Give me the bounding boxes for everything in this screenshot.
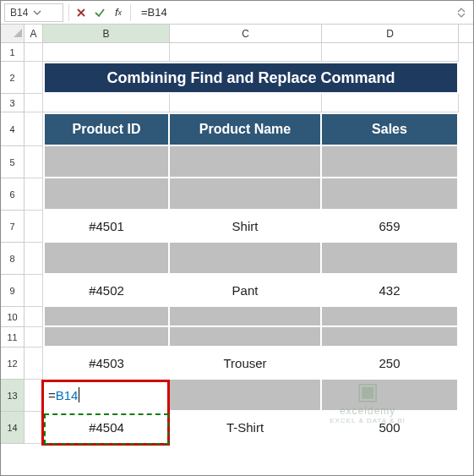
cell-a5[interactable]	[25, 146, 43, 178]
cell-c3[interactable]	[170, 94, 322, 112]
cell-c11[interactable]	[170, 327, 322, 347]
row-header-5[interactable]: 5	[1, 146, 25, 178]
cell-a3[interactable]	[25, 94, 43, 112]
cell-d7[interactable]: 659	[322, 211, 459, 243]
cell-a8[interactable]	[25, 243, 43, 275]
cell-d5[interactable]	[322, 146, 459, 178]
formula-input[interactable]: =B14	[136, 6, 455, 19]
expand-formula-bar-icon[interactable]	[456, 8, 466, 18]
row-header-3[interactable]: 3	[1, 94, 25, 112]
cell-b7[interactable]: #4501	[43, 211, 170, 243]
cell-a1[interactable]	[25, 43, 43, 62]
column-headers: A B C D	[1, 25, 473, 43]
text-cursor	[79, 387, 79, 402]
cell-b1[interactable]	[43, 43, 170, 62]
cell-d1[interactable]	[322, 43, 459, 62]
row-header-8[interactable]: 8	[1, 243, 25, 275]
cell-c14[interactable]: T-Shirt	[170, 412, 322, 444]
cell-c1[interactable]	[170, 43, 322, 62]
row-header-6[interactable]: 6	[1, 178, 25, 211]
cell-d11[interactable]	[322, 327, 459, 347]
cell-b6[interactable]	[43, 178, 170, 211]
row-header-10[interactable]: 10	[1, 307, 25, 327]
cell-a14[interactable]	[25, 412, 43, 444]
cell-d6[interactable]	[322, 178, 459, 211]
row-header-12[interactable]: 12	[1, 347, 25, 380]
cell-c7[interactable]: Shirt	[170, 211, 322, 243]
divider	[68, 4, 69, 21]
formula-reference: B14	[56, 388, 79, 402]
row-header-4[interactable]: 4	[1, 112, 25, 146]
cell-d9[interactable]: 432	[322, 275, 459, 307]
chevron-down-icon	[33, 8, 41, 17]
cell-b5[interactable]	[43, 146, 170, 178]
row-header-9[interactable]: 9	[1, 275, 25, 307]
cell-d8[interactable]	[322, 243, 459, 275]
cell-c12[interactable]: Trouser	[170, 347, 322, 380]
cell-c13[interactable]	[170, 380, 322, 412]
cell-a11[interactable]	[25, 327, 43, 347]
confirm-button[interactable]	[93, 6, 106, 19]
header-product-id[interactable]: Product ID	[43, 112, 170, 146]
cell-a13[interactable]	[25, 380, 43, 412]
cell-c10[interactable]	[170, 307, 322, 327]
cell-a9[interactable]	[25, 275, 43, 307]
cell-c6[interactable]	[170, 178, 322, 211]
formula-prefix: =	[48, 388, 56, 402]
cell-d13[interactable]	[322, 380, 459, 412]
column-header-b[interactable]: B	[43, 25, 170, 42]
cell-b9[interactable]: #4502	[43, 275, 170, 307]
cell-a10[interactable]	[25, 307, 43, 327]
header-sales[interactable]: Sales	[322, 112, 459, 146]
cell-d3[interactable]	[322, 94, 459, 112]
cell-b14[interactable]: #4504	[43, 412, 170, 444]
formula-bar-row: B14 fx =B14	[1, 1, 473, 25]
row-header-14[interactable]: 14	[1, 412, 25, 444]
row-header-1[interactable]: 1	[1, 43, 25, 62]
divider	[130, 4, 131, 21]
cell-b3[interactable]	[43, 94, 170, 112]
cell-c5[interactable]	[170, 146, 322, 178]
cell-c8[interactable]	[170, 243, 322, 275]
cell-a12[interactable]	[25, 347, 43, 380]
cell-d10[interactable]	[322, 307, 459, 327]
cell-b11[interactable]	[43, 327, 170, 347]
column-header-d[interactable]: D	[322, 25, 459, 42]
name-box-value: B14	[10, 7, 28, 19]
cell-b8[interactable]	[43, 243, 170, 275]
row-header-13[interactable]: 13	[1, 380, 25, 412]
select-all-corner[interactable]	[1, 25, 25, 42]
cell-b12[interactable]: #4503	[43, 347, 170, 380]
cell-a6[interactable]	[25, 178, 43, 211]
row-header-7[interactable]: 7	[1, 211, 25, 243]
title-cell[interactable]: Combining Find and Replace Command	[43, 62, 459, 94]
cell-d14[interactable]: 500	[322, 412, 459, 444]
column-header-a[interactable]: A	[25, 25, 43, 42]
row-header-2[interactable]: 2	[1, 62, 25, 94]
cell-b10[interactable]	[43, 307, 170, 327]
cancel-button[interactable]	[74, 6, 88, 19]
grid: 1 2 Combining Find and Replace Command 3…	[1, 43, 473, 444]
column-header-c[interactable]: C	[170, 25, 322, 42]
cell-a4[interactable]	[25, 112, 43, 146]
cell-d12[interactable]: 250	[322, 347, 459, 380]
name-box[interactable]: B14	[4, 3, 63, 22]
cell-c9[interactable]: Pant	[170, 275, 322, 307]
formula-bar-buttons: fx	[74, 6, 125, 19]
cell-a7[interactable]	[25, 211, 43, 243]
header-product-name[interactable]: Product Name	[170, 112, 322, 146]
row-header-11[interactable]: 11	[1, 327, 25, 347]
cell-a2[interactable]	[25, 62, 43, 94]
cell-b13-editing[interactable]: =B14	[43, 380, 170, 412]
insert-function-button[interactable]: fx	[112, 6, 125, 19]
